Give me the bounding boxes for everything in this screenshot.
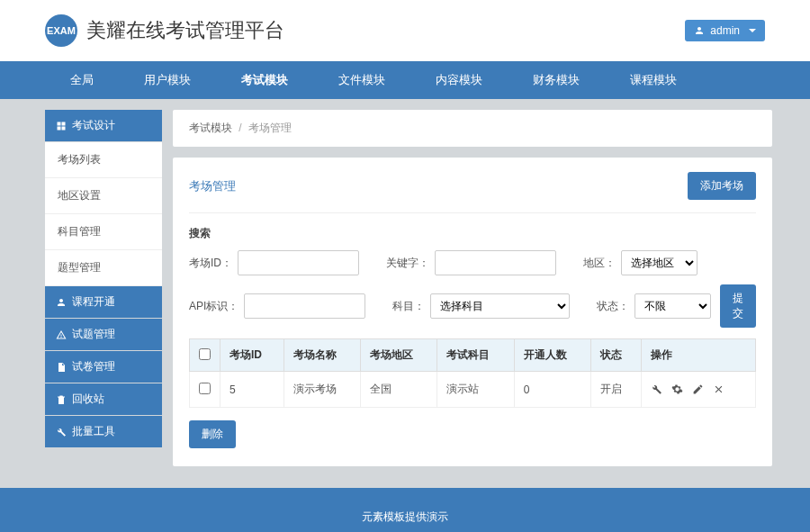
footer: 元素模板提供演示 官方淘宝店铺：ys720.com 专业erp,crm,oa,进… [0, 488, 810, 532]
th-region: 考场地区 [360, 339, 436, 372]
sidebar-section-label: 考试设计 [72, 118, 115, 133]
input-api[interactable] [244, 293, 365, 319]
nav-exam[interactable]: 考试模块 [216, 61, 313, 99]
checkbox-row[interactable] [199, 383, 211, 394]
header: EXAM 美耀在线考试管理平台 admin [0, 0, 810, 61]
sidebar-section-course-open[interactable]: 课程开通 [45, 286, 162, 318]
site-title: 美耀在线考试管理平台 [86, 17, 284, 44]
cell-subject: 演示站 [437, 372, 514, 408]
cell-region: 全国 [360, 372, 436, 408]
row-ops [651, 383, 747, 395]
search-title: 搜索 [189, 226, 756, 241]
cell-id: 5 [220, 372, 284, 408]
nav-course[interactable]: 课程模块 [605, 61, 702, 99]
nav-finance[interactable]: 财务模块 [508, 61, 605, 99]
sidebar-section-question[interactable]: 试题管理 [45, 319, 162, 350]
nav-file[interactable]: 文件模块 [313, 61, 410, 99]
gear-icon[interactable] [671, 383, 683, 395]
sidebar-item-qtype[interactable]: 题型管理 [45, 250, 162, 286]
breadcrumb: 考试模块 / 考场管理 [173, 110, 772, 147]
breadcrumb-separator: / [238, 122, 241, 134]
breadcrumb-parent[interactable]: 考试模块 [189, 122, 232, 134]
add-room-button[interactable]: 添加考场 [688, 172, 756, 200]
label-region: 地区： [583, 256, 616, 271]
user-icon [56, 297, 67, 308]
th-subject: 考试科目 [437, 339, 514, 372]
close-icon[interactable] [713, 383, 724, 395]
brand: EXAM 美耀在线考试管理平台 [45, 14, 284, 47]
footer-line1: 元素模板提供演示 [0, 506, 810, 527]
select-subject[interactable]: 选择科目 [430, 293, 570, 319]
sidebar-item-region[interactable]: 地区设置 [45, 178, 162, 214]
chevron-down-icon [749, 29, 756, 32]
top-nav: 全局 用户模块 考试模块 文件模块 内容模块 财务模块 课程模块 [0, 61, 810, 99]
cell-status: 开启 [591, 372, 642, 408]
checkbox-all[interactable] [199, 348, 211, 360]
sidebar-section-batch[interactable]: 批量工具 [45, 416, 162, 447]
sidebar-section-label: 试卷管理 [72, 359, 115, 374]
delete-button[interactable]: 删除 [189, 420, 236, 448]
room-table: 考场ID 考场名称 考场地区 考试科目 开通人数 状态 操作 5 演示考场 全 [189, 338, 756, 408]
nav-global[interactable]: 全局 [45, 61, 119, 99]
th-status: 状态 [591, 339, 642, 372]
sidebar-section-label: 批量工具 [72, 424, 115, 439]
user-icon [694, 25, 705, 36]
sidebar-section-label: 回收站 [72, 392, 104, 407]
nav-user[interactable]: 用户模块 [119, 61, 216, 99]
label-status: 状态： [597, 299, 629, 314]
edit-icon[interactable] [692, 383, 704, 395]
label-api: API标识： [189, 299, 238, 314]
input-keyword[interactable] [435, 250, 556, 275]
label-subject: 科目： [392, 299, 425, 314]
wrench-icon[interactable] [651, 383, 662, 395]
label-keyword: 关键字： [386, 256, 429, 271]
logo: EXAM [45, 14, 77, 47]
label-room-id: 考场ID： [189, 256, 232, 271]
select-region[interactable]: 选择地区 [621, 250, 698, 275]
cell-name: 演示考场 [284, 372, 360, 408]
th-name: 考场名称 [284, 339, 360, 372]
user-dropdown[interactable]: admin [685, 20, 765, 41]
panel-title: 考场管理 [189, 178, 236, 194]
main-panel: 考场管理 添加考场 搜索 考场ID： 关键字： 地区： 选择地区 [173, 158, 772, 466]
th-count: 开通人数 [514, 339, 590, 372]
breadcrumb-current: 考场管理 [248, 122, 292, 134]
sidebar-section-label: 试题管理 [72, 327, 115, 342]
wrench-icon [56, 427, 67, 437]
trash-icon [56, 394, 67, 405]
nav-content[interactable]: 内容模块 [410, 61, 508, 99]
sidebar-section-paper[interactable]: 试卷管理 [45, 351, 162, 383]
th-ops: 操作 [641, 339, 756, 372]
sidebar: 考试设计 考场列表 地区设置 科目管理 题型管理 课程开通 试题管理 试卷管理 … [45, 110, 162, 448]
sidebar-section-recycle[interactable]: 回收站 [45, 383, 162, 415]
table-row: 5 演示考场 全国 演示站 0 开启 [190, 372, 756, 408]
user-label: admin [710, 24, 740, 37]
file-icon [56, 362, 67, 373]
sidebar-item-room-list[interactable]: 考场列表 [45, 142, 162, 178]
cell-count: 0 [514, 372, 590, 408]
th-id: 考场ID [220, 339, 284, 372]
sidebar-section-label: 课程开通 [72, 294, 115, 310]
submit-button[interactable]: 提交 [720, 284, 756, 328]
breadcrumb-panel: 考试模块 / 考场管理 [173, 110, 772, 147]
input-room-id[interactable] [238, 250, 359, 275]
select-status[interactable]: 不限 [634, 293, 711, 319]
grid-icon [56, 121, 67, 131]
sidebar-item-subject[interactable]: 科目管理 [45, 214, 162, 250]
warning-icon [56, 329, 67, 340]
sidebar-section-exam-design[interactable]: 考试设计 [45, 110, 162, 141]
footer-line2: 官方淘宝店铺：ys720.com [0, 527, 810, 532]
